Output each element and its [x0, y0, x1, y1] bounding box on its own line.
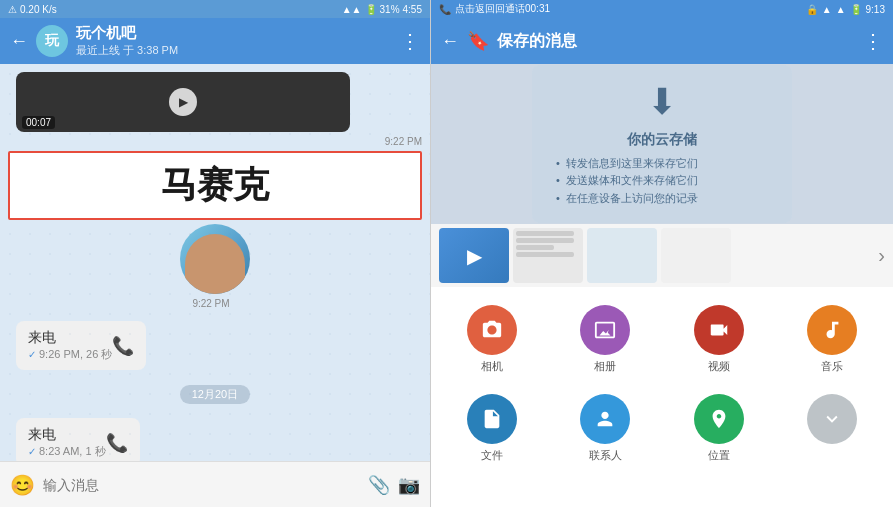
call-return-text: 点击返回回通话00:31 [455, 2, 550, 16]
call-return-indicator[interactable]: 📞 点击返回回通话00:31 [439, 2, 550, 16]
action-video[interactable]: 视频 [662, 295, 776, 384]
contact-action-icon [580, 394, 630, 444]
call-detail-1: ✓ 9:26 PM, 26 秒 [28, 347, 112, 362]
action-location[interactable]: 位置 [662, 384, 776, 473]
signal-icon: ▲▲ [342, 4, 362, 15]
right-status-right: 🔒 ▲ ▲ 🔋 9:13 [806, 4, 885, 15]
status-left: ⚠ 0.20 K/s [8, 4, 57, 15]
call-check-icon-1: ✓ [28, 349, 36, 360]
video-duration: 00:07 [22, 116, 55, 129]
right-more-options-button[interactable]: ⋮ [863, 29, 883, 53]
call-title-1: 来电 [28, 329, 112, 347]
music-action-icon [807, 305, 857, 355]
contact-label: 联系人 [589, 448, 622, 463]
date-badge: 12月20日 [180, 385, 250, 404]
call-bubble-1[interactable]: 来电 ✓ 9:26 PM, 26 秒 📞 [16, 321, 146, 370]
media-line-3 [516, 245, 554, 250]
location-label: 位置 [708, 448, 730, 463]
right-header-title: 保存的消息 [497, 31, 855, 52]
media-gallery-row: ▶ › [431, 224, 893, 287]
action-photo[interactable]: 相册 [549, 295, 663, 384]
music-label: 音乐 [821, 359, 843, 374]
wifi-icon: ▲ [836, 4, 846, 15]
cloud-description: 转发信息到这里来保存它们 发送媒体和文件来存储它们 在任意设备上访问您的记录 [556, 155, 768, 208]
camera-action-icon [467, 305, 517, 355]
cloud-desc-line-2: 发送媒体和文件来存储它们 [556, 172, 768, 190]
media-next-button[interactable]: › [878, 244, 885, 267]
media-line-2 [516, 238, 574, 243]
chat-area[interactable]: ▶ 00:07 9:22 PM 马赛克 9:22 PM 来电 ✓ [0, 64, 430, 461]
avatar-area [0, 224, 430, 294]
file-action-icon [467, 394, 517, 444]
date-divider: 12月20日 [0, 384, 430, 404]
battery-level: 31% [380, 4, 400, 15]
action-grid: 相机 相册 视频 音乐 [431, 287, 893, 481]
photo-label: 相册 [594, 359, 616, 374]
right-panel: 📞 点击返回回通话00:31 🔒 ▲ ▲ 🔋 9:13 ← 🔖 保存的消息 ⋮ … [430, 0, 893, 507]
left-panel: ⚠ 0.20 K/s ▲▲ 🔋 31% 4:55 ← 玩 玩个机吧 最近上线 于… [0, 0, 430, 507]
clock: 4:55 [403, 4, 422, 15]
action-contact[interactable]: 联系人 [549, 384, 663, 473]
cloud-desc-line-3: 在任意设备上访问您的记录 [556, 190, 768, 208]
cloud-desc-line-1: 转发信息到这里来保存它们 [556, 155, 768, 173]
call-message-2[interactable]: 来电 ✓ 8:23 AM, 1 秒 📞 [8, 412, 422, 461]
chat-name: 玩个机吧 [76, 24, 392, 43]
call-title-2: 来电 [28, 426, 106, 444]
camera-label: 相机 [481, 359, 503, 374]
group-avatar: 玩 [36, 25, 68, 57]
left-header: ← 玩 玩个机吧 最近上线 于 3:38 PM ⋮ [0, 18, 430, 64]
header-title-area: 玩个机吧 最近上线 于 3:38 PM [76, 24, 392, 58]
video-label: 视频 [708, 359, 730, 374]
video-message[interactable]: ▶ 00:07 [8, 72, 390, 132]
play-icon: ▶ [467, 244, 482, 268]
video-play-button[interactable]: ▶ [169, 88, 197, 116]
cloud-download-icon: ⬇ [556, 81, 768, 123]
bookmark-icon: 🔖 [467, 30, 489, 52]
video-msg-time: 9:22 PM [0, 136, 422, 147]
call-bubble-2[interactable]: 来电 ✓ 8:23 AM, 1 秒 📞 [16, 418, 140, 461]
message-input[interactable] [43, 477, 360, 493]
lock-icon: 🔒 [806, 4, 818, 15]
right-status-bar: 📞 点击返回回通话00:31 🔒 ▲ ▲ 🔋 9:13 [431, 0, 893, 18]
media-thumb-2[interactable] [513, 228, 583, 283]
right-clock: 9:13 [866, 4, 885, 15]
call-info-2: 来电 ✓ 8:23 AM, 1 秒 [28, 426, 106, 459]
attach-button[interactable]: 📎 [368, 474, 390, 496]
mosaic-text: 马赛克 [161, 164, 269, 205]
media-thumb-1[interactable]: ▶ [439, 228, 509, 283]
cloud-card: ⬇ 你的云存储 转发信息到这里来保存它们 发送媒体和文件来存储它们 在任意设备上… [532, 65, 792, 224]
media-line-4 [516, 252, 574, 257]
avatar-msg-time: 9:22 PM [0, 298, 422, 309]
cloud-title: 你的云存储 [556, 131, 768, 149]
action-more[interactable]: 更多 [776, 384, 890, 473]
action-music[interactable]: 音乐 [776, 295, 890, 384]
right-header: ← 🔖 保存的消息 ⋮ [431, 18, 893, 64]
action-file[interactable]: 文件 [435, 384, 549, 473]
phone-icon-1: 📞 [112, 335, 134, 357]
chat-subtitle: 最近上线 于 3:38 PM [76, 43, 392, 58]
back-button[interactable]: ← [10, 31, 28, 52]
more-options-button[interactable]: ⋮ [400, 29, 420, 53]
call-check-icon-2: ✓ [28, 446, 36, 457]
call-message-1[interactable]: 来电 ✓ 9:26 PM, 26 秒 📞 [8, 315, 422, 376]
right-back-button[interactable]: ← [441, 31, 459, 52]
mosaic-overlay: 马赛克 [8, 151, 422, 220]
user-avatar [180, 224, 250, 294]
signal-icon-right: ▲ [822, 4, 832, 15]
action-camera[interactable]: 相机 [435, 295, 549, 384]
warning-icon: ⚠ [8, 4, 17, 15]
avatar-face [185, 234, 245, 294]
call-detail-2: ✓ 8:23 AM, 1 秒 [28, 444, 106, 459]
media-thumb-4[interactable] [661, 228, 731, 283]
more-action-icon [807, 394, 857, 444]
status-right: ▲▲ 🔋 31% 4:55 [342, 4, 422, 15]
battery-icon-right: 🔋 [850, 4, 862, 15]
media-thumb-3[interactable] [587, 228, 657, 283]
emoji-button[interactable]: 😊 [10, 473, 35, 497]
call-info-1: 来电 ✓ 9:26 PM, 26 秒 [28, 329, 112, 362]
phone-icon-2: 📞 [106, 432, 128, 454]
left-status-bar: ⚠ 0.20 K/s ▲▲ 🔋 31% 4:55 [0, 0, 430, 18]
media-line-1 [516, 231, 574, 236]
mosaic-box: 马赛克 [8, 151, 422, 220]
camera-button[interactable]: 📷 [398, 474, 420, 496]
